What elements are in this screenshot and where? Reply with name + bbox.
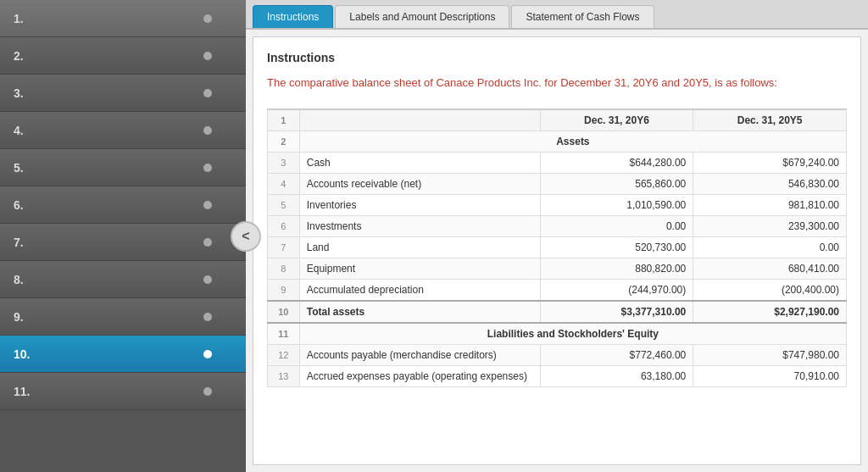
sidebar-item-dot <box>203 201 212 209</box>
col2-cell: 0.00 <box>693 236 847 258</box>
sidebar-item-dot <box>203 313 212 321</box>
row-num: 12 <box>268 344 300 365</box>
table-row: 12 Accounts payable (merchandise credito… <box>268 344 847 365</box>
label-cell: Investments <box>299 215 540 236</box>
table-row: 5 Inventories 1,010,590.00 981,810.00 <box>268 194 847 215</box>
col1-cell: Dec. 31, 20Y6 <box>540 109 693 131</box>
row-num: 8 <box>268 258 300 279</box>
section-label: Liabilities and Stockholders' Equity <box>299 323 846 345</box>
sidebar-item-4[interactable]: 4. <box>0 112 246 149</box>
table-row: 6 Investments 0.00 239,300.00 <box>268 215 847 236</box>
col1-cell: 520,730.00 <box>540 236 693 258</box>
col1-cell: $644,280.00 <box>540 152 693 173</box>
table-row: 11 Liabilities and Stockholders' Equity <box>268 323 847 345</box>
sidebar-item-1[interactable]: 1. <box>0 0 246 37</box>
label-cell: Land <box>299 236 540 258</box>
table-row: 2 Assets <box>268 130 847 152</box>
col1-cell: 1,010,590.00 <box>540 194 693 215</box>
col2-cell: $679,240.00 <box>693 152 847 173</box>
row-num: 13 <box>268 365 300 386</box>
table-row: 13 Accrued expenses payable (operating e… <box>268 365 847 386</box>
row-num: 2 <box>268 130 300 152</box>
table-row: 9 Accumulated depreciation (244,970.00) … <box>268 279 847 301</box>
sidebar-item-5[interactable]: 5. <box>0 149 246 186</box>
row-num: 9 <box>268 279 300 301</box>
sidebar-item-7[interactable]: 7. <box>0 224 246 261</box>
sidebar-item-2[interactable]: 2. <box>0 37 246 75</box>
col2-cell: 70,910.00 <box>693 365 847 386</box>
content-area: Instructions The comparative balance she… <box>253 36 861 465</box>
sidebar-item-label: 7. <box>14 236 24 249</box>
sidebar-item-label: 3. <box>14 86 24 100</box>
sidebar-item-10[interactable]: 10. <box>0 336 246 373</box>
sidebar-item-3[interactable]: 3. <box>0 75 246 112</box>
row-num: 1 <box>268 109 300 131</box>
table-row: 4 Accounts receivable (net) 565,860.00 5… <box>268 173 847 194</box>
section-label: Assets <box>299 130 846 152</box>
tab-statement-of-cash-flows[interactable]: Statement of Cash Flows <box>511 5 654 28</box>
sidebar-item-label: 11. <box>14 385 30 398</box>
table-row: 3 Cash $644,280.00 $679,240.00 <box>268 152 847 173</box>
sidebar-item-dot <box>203 238 212 247</box>
sidebar-item-11[interactable]: 11. <box>0 373 246 410</box>
col2-cell: 981,810.00 <box>693 194 847 215</box>
sidebar-item-label: 6. <box>14 198 24 212</box>
label-cell: Total assets <box>299 301 540 323</box>
sidebar-item-label: 2. <box>14 49 24 63</box>
table-row: 1 Dec. 31, 20Y6 Dec. 31, 20Y5 <box>268 109 847 131</box>
col2-cell: 680,410.00 <box>693 258 847 279</box>
table-row: 8 Equipment 880,820.00 680,410.00 <box>268 258 847 279</box>
sidebar-item-label: 4. <box>14 124 24 137</box>
sidebar-item-dot <box>203 52 212 60</box>
row-num: 3 <box>268 152 300 173</box>
row-num: 6 <box>268 215 300 236</box>
sidebar-item-dot <box>203 164 212 172</box>
row-num: 11 <box>268 323 300 345</box>
col1-cell: $772,460.00 <box>540 344 693 365</box>
main-content: InstructionsLabels and Amount Descriptio… <box>246 0 868 472</box>
sidebar-item-label: 8. <box>14 273 24 286</box>
tab-bar: InstructionsLabels and Amount Descriptio… <box>246 0 868 30</box>
sidebar-item-label: 10. <box>14 347 30 361</box>
col1-cell: 0.00 <box>540 215 693 236</box>
label-cell: Cash <box>299 152 540 173</box>
sidebar-collapse-button[interactable]: < <box>231 221 261 252</box>
row-num: 5 <box>268 194 300 215</box>
sidebar-item-dot <box>203 387 212 396</box>
col1-cell: $3,377,310.00 <box>540 301 693 323</box>
label-cell: Accounts payable (merchandise creditors) <box>299 344 540 365</box>
sidebar-item-label: 1. <box>14 12 24 25</box>
sidebar-item-dot <box>203 350 212 358</box>
tab-instructions[interactable]: Instructions <box>253 5 333 28</box>
row-num: 7 <box>268 236 300 258</box>
sidebar-item-label: 9. <box>14 310 24 324</box>
content-title: Instructions <box>267 51 847 64</box>
col2-cell: (200,400.00) <box>693 279 847 301</box>
col2-cell: 546,830.00 <box>693 173 847 194</box>
col2-cell: 239,300.00 <box>693 215 847 236</box>
col2-cell: $2,927,190.00 <box>693 301 847 323</box>
label-cell <box>299 109 540 131</box>
table-row: 10 Total assets $3,377,310.00 $2,927,190… <box>268 301 847 323</box>
sidebar-item-dot <box>203 126 212 135</box>
sidebar: 1.2.3.4.5.6.7.8.9.10.11. < <box>0 0 246 472</box>
sidebar-item-9[interactable]: 9. <box>0 298 246 336</box>
col1-cell: (244,970.00) <box>540 279 693 301</box>
balance-sheet-table: 1 Dec. 31, 20Y6 Dec. 31, 20Y5 2 Assets 3… <box>267 108 847 387</box>
col1-cell: 880,820.00 <box>540 258 693 279</box>
sidebar-item-dot <box>203 89 212 97</box>
col1-cell: 63,180.00 <box>540 365 693 386</box>
row-num: 4 <box>268 173 300 194</box>
sidebar-item-dot <box>203 275 212 284</box>
tab-labels-and-amount-descriptions[interactable]: Labels and Amount Descriptions <box>335 5 509 28</box>
label-cell: Accrued expenses payable (operating expe… <box>299 365 540 386</box>
label-cell: Accumulated depreciation <box>299 279 540 301</box>
row-num: 10 <box>268 301 300 323</box>
sidebar-item-label: 5. <box>14 161 24 175</box>
intro-text: The comparative balance sheet of Canace … <box>267 75 847 92</box>
label-cell: Equipment <box>299 258 540 279</box>
label-cell: Accounts receivable (net) <box>299 173 540 194</box>
sidebar-item-6[interactable]: 6. <box>0 186 246 224</box>
sidebar-item-8[interactable]: 8. <box>0 261 246 298</box>
col2-cell: Dec. 31, 20Y5 <box>693 109 847 131</box>
